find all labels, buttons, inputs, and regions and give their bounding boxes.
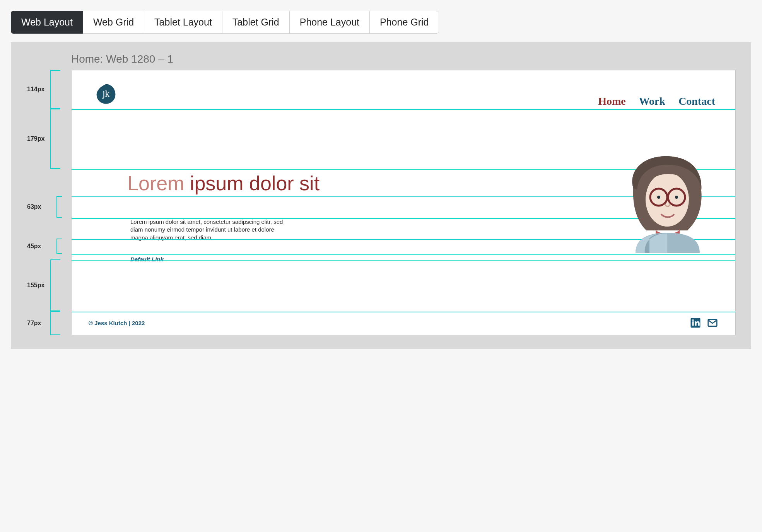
measure-114px: 114px (26, 70, 71, 109)
guide-line (72, 260, 735, 261)
measure-155px: 155px (26, 259, 71, 311)
tab-web-grid[interactable]: Web Grid (83, 11, 144, 34)
measure-bracket (50, 311, 60, 335)
measure-label: 77px (27, 320, 41, 327)
portrait-illustration (622, 153, 712, 253)
svg-point-6 (675, 196, 678, 199)
measurement-gutter: 114px179px63px45px155px77px (26, 70, 71, 335)
svg-text:jk: jk (102, 89, 109, 99)
measure-label: 179px (27, 135, 44, 142)
measure-63px: 63px (26, 196, 71, 218)
measure-bracket (50, 259, 60, 311)
tab-tablet-layout[interactable]: Tablet Layout (144, 11, 222, 34)
layout-panel: Home: Web 1280 – 1 114px179px63px45px155… (11, 42, 751, 349)
artboard-title: Home: Web 1280 – 1 (71, 53, 736, 65)
logo-jk[interactable]: jk (95, 83, 117, 105)
hero-title-accent: Lorem (127, 172, 184, 194)
social-links (690, 317, 718, 329)
primary-nav: Home Work Contact (598, 95, 715, 107)
tab-phone-grid[interactable]: Phone Grid (370, 11, 439, 34)
measure-45px: 45px (26, 239, 71, 254)
measure-label: 114px (27, 86, 44, 93)
nav-work[interactable]: Work (639, 95, 665, 107)
svg-point-5 (657, 196, 660, 199)
artboard: jk Home Work Contact Lorem ipsum dolor s… (71, 70, 736, 335)
stage: 114px179px63px45px155px77px jk Home Work… (26, 70, 736, 335)
copyright: © Jess Klutch | 2022 (89, 320, 145, 326)
hero-title: Lorem ipsum dolor sit (127, 172, 319, 195)
measure-label: 63px (27, 203, 41, 210)
guide-line (72, 254, 735, 255)
tab-phone-layout[interactable]: Phone Layout (290, 11, 370, 34)
measure-bracket (56, 239, 62, 254)
hero-title-rest: ipsum dolor sit (184, 172, 319, 194)
tab-web-layout[interactable]: Web Layout (11, 11, 83, 34)
logo-underline-guide (95, 109, 474, 110)
measure-label: 45px (27, 243, 41, 250)
svg-rect-8 (692, 321, 694, 326)
measure-bracket (50, 70, 60, 109)
linkedin-icon[interactable] (690, 317, 701, 329)
svg-point-9 (692, 319, 694, 321)
view-tabs: Web Layout Web Grid Tablet Layout Tablet… (11, 11, 439, 34)
measure-77px: 77px (26, 311, 71, 335)
site-footer: © Jess Klutch | 2022 (72, 311, 735, 335)
nav-contact[interactable]: Contact (678, 95, 715, 107)
envelope-icon[interactable] (707, 317, 718, 329)
measure-bracket (56, 196, 62, 218)
hero-body: Lorem ipsum dolor sit amet, consetetur s… (130, 218, 285, 242)
tab-tablet-grid[interactable]: Tablet Grid (222, 11, 290, 34)
nav-home[interactable]: Home (598, 95, 626, 107)
site-header: jk Home Work Contact (72, 70, 735, 109)
hero-default-link[interactable]: Default Link (130, 256, 164, 263)
measure-bracket (50, 109, 60, 169)
measure-179px: 179px (26, 109, 71, 169)
measure-label: 155px (27, 282, 44, 289)
